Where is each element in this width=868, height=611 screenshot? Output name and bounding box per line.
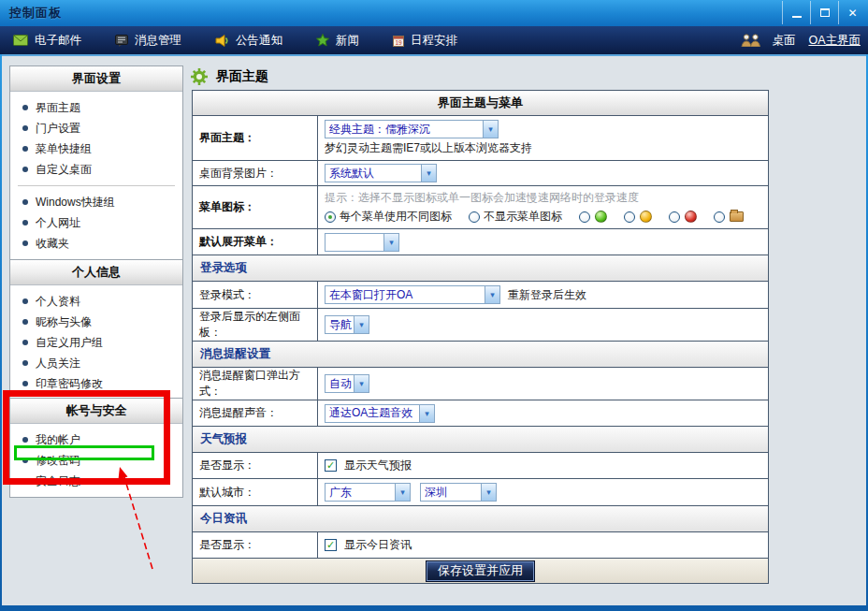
table-header: 界面主题与菜单 (193, 91, 768, 115)
maximize-button[interactable] (810, 1, 838, 24)
table-footer: 保存设置并应用 (193, 558, 768, 583)
radio-no-menu-icons[interactable] (469, 211, 480, 223)
minimize-button[interactable] (782, 1, 810, 24)
announcement-icon (215, 35, 229, 47)
bullet-icon (22, 360, 28, 366)
sidebar-item-favorites[interactable]: 收藏夹 (10, 233, 182, 254)
toolbar-item-label: 新闻 (336, 33, 359, 49)
sidebar-item-my-account[interactable]: 我的帐户 (10, 429, 182, 450)
sidebar-section-account-security: 帐号与安全 我的帐户 修改密码 安全日志 (9, 398, 183, 498)
toolbar: 电子邮件 消息管理 公告通知 新闻 19 日程安排 桌面 OA主界面 (0, 26, 868, 54)
settings-table: 界面主题与菜单 界面主题： 经典主题：儒雅深沉 ▾ 梦幻灵动主题需IE7或以上版… (192, 90, 769, 584)
oa-main-link[interactable]: OA主界面 (808, 33, 861, 49)
toolbar-item-messages[interactable]: 消息管理 (115, 33, 181, 49)
chevron-down-icon: ▾ (485, 286, 499, 303)
close-button[interactable]: ✕ (838, 1, 866, 24)
bullet-icon (22, 220, 28, 225)
sidebar-item-custom-user-group[interactable]: 自定义用户组 (10, 332, 182, 353)
row-desktop-background: 桌面背景图片： 系统默认 ▾ (193, 160, 768, 185)
desktop-users-icon (741, 34, 761, 47)
sidebar-item-interface-theme[interactable]: 界面主题 (10, 97, 182, 118)
theme-select[interactable]: 经典主题：儒雅深沉 ▾ (325, 120, 499, 138)
row-login-mode: 登录模式： 在本窗口打开OA ▾ 重新登录后生效 (193, 281, 768, 308)
message-popup-select[interactable]: 自动 ▾ (325, 374, 369, 393)
toolbar-right: 桌面 OA主界面 (741, 26, 861, 54)
radio-yellow-ball-icon[interactable] (624, 211, 635, 223)
background-select[interactable]: 系统默认 ▾ (325, 164, 437, 182)
desktop-link[interactable]: 桌面 (772, 33, 795, 49)
bullet-icon (22, 458, 28, 463)
chevron-down-icon: ▾ (395, 484, 410, 501)
chevron-down-icon: ▾ (481, 484, 496, 501)
radio-green-ball-icon[interactable] (579, 211, 590, 223)
sidebar-item-seal-password[interactable]: 印章密码修改 (10, 373, 182, 394)
field-label: 是否显示： (193, 532, 318, 558)
toolbar-item-email[interactable]: 电子邮件 (13, 33, 81, 49)
field-label: 消息提醒窗口弹出方式： (193, 368, 318, 400)
province-select[interactable]: 广东 ▾ (325, 483, 411, 502)
save-apply-button[interactable]: 保存设置并应用 (426, 560, 535, 582)
page-title: 界面主题 (216, 68, 268, 85)
chevron-down-icon: ▾ (383, 234, 398, 251)
city-select[interactable]: 深圳 ▾ (420, 483, 497, 502)
radio-red-ball-icon[interactable] (669, 211, 680, 223)
sidebar-item-people-follow[interactable]: 人员关注 (10, 353, 182, 373)
window-title: 控制面板 (9, 5, 62, 22)
message-icon (115, 35, 128, 47)
sidebar-item-nickname-avatar[interactable]: 昵称与头像 (10, 312, 182, 332)
toolbar-item-schedule[interactable]: 19 日程安排 (393, 33, 457, 49)
left-panel-select[interactable]: 导航 ▾ (325, 315, 369, 334)
sidebar-list: 界面主题 门户设置 菜单快捷组 自定义桌面 Windows快捷组 个人网址 收藏… (10, 92, 182, 259)
bullet-icon (22, 125, 28, 131)
page-header: 界面主题 (190, 67, 268, 86)
svg-text:19: 19 (395, 38, 402, 45)
field-label: 菜单图标： (193, 186, 318, 228)
sidebar-item-personal-profile[interactable]: 个人资料 (10, 291, 182, 312)
yellow-ball-icon (640, 211, 652, 223)
row-default-expanded-menu: 默认展开菜单： ▾ (193, 228, 768, 255)
bullet-icon (22, 478, 28, 484)
show-weather-checkbox[interactable]: ✓ (325, 459, 337, 472)
row-left-panel: 登录后显示的左侧面板： 导航 ▾ (193, 308, 768, 341)
field-label: 默认展开菜单： (193, 229, 318, 255)
bullet-icon (22, 340, 28, 345)
bullet-icon (22, 146, 28, 152)
login-mode-select[interactable]: 在本窗口打开OA ▾ (325, 285, 500, 304)
default-menu-select[interactable]: ▾ (325, 233, 399, 252)
message-sound-select[interactable]: 通达OA主题音效 ▾ (325, 404, 435, 423)
sidebar-item-change-password[interactable]: 修改密码 (10, 450, 182, 471)
show-news-checkbox[interactable]: ✓ (325, 539, 337, 551)
sidebar-list: 个人资料 昵称与头像 自定义用户组 人员关注 印章密码修改 (10, 285, 182, 400)
row-message-popup: 消息提醒窗口弹出方式： 自动 ▾ (193, 367, 768, 400)
radio-label: 不显示菜单图标 (484, 209, 562, 225)
section-weather-forecast: 天气预报 (193, 426, 768, 452)
gear-icon (190, 67, 209, 86)
sidebar-list: 我的帐户 修改密码 安全日志 (10, 424, 182, 497)
bullet-icon (22, 105, 28, 110)
green-ball-icon (595, 211, 607, 223)
sidebar-item-portal-settings[interactable]: 门户设置 (10, 118, 182, 138)
window-controls: ✕ (782, 1, 866, 24)
row-news-show: 是否显示： ✓ 显示今日资讯 (193, 531, 768, 558)
row-weather-show: 是否显示： ✓ 显示天气预报 (193, 452, 768, 478)
toolbar-item-announcements[interactable]: 公告通知 (215, 33, 282, 49)
sidebar-section-title: 帐号与安全 (10, 399, 182, 424)
sidebar-item-personal-urls[interactable]: 个人网址 (10, 212, 182, 233)
check-icon: ✓ (326, 540, 335, 550)
sidebar-item-custom-desktop[interactable]: 自定义桌面 (10, 159, 182, 180)
bullet-icon (22, 199, 28, 205)
sidebar-item-security-log[interactable]: 安全日志 (10, 471, 182, 491)
chevron-down-icon: ▾ (354, 375, 369, 392)
toolbar-item-news[interactable]: 新闻 (316, 33, 359, 49)
sidebar-item-windows-shortcut-group[interactable]: Windows快捷组 (10, 192, 182, 212)
field-label: 登录模式： (193, 282, 318, 308)
sidebar-divider (18, 185, 175, 186)
toolbar-item-label: 日程安排 (411, 33, 457, 49)
row-message-sound: 消息提醒声音： 通达OA主题音效 ▾ (193, 400, 768, 426)
chevron-down-icon: ▾ (483, 121, 498, 138)
radio-different-menu-icons[interactable] (325, 211, 336, 223)
section-today-news: 今日资讯 (193, 505, 768, 531)
red-ball-icon (685, 211, 697, 223)
radio-folder-icon[interactable] (714, 211, 725, 223)
sidebar-item-menu-shortcut-group[interactable]: 菜单快捷组 (10, 138, 182, 159)
